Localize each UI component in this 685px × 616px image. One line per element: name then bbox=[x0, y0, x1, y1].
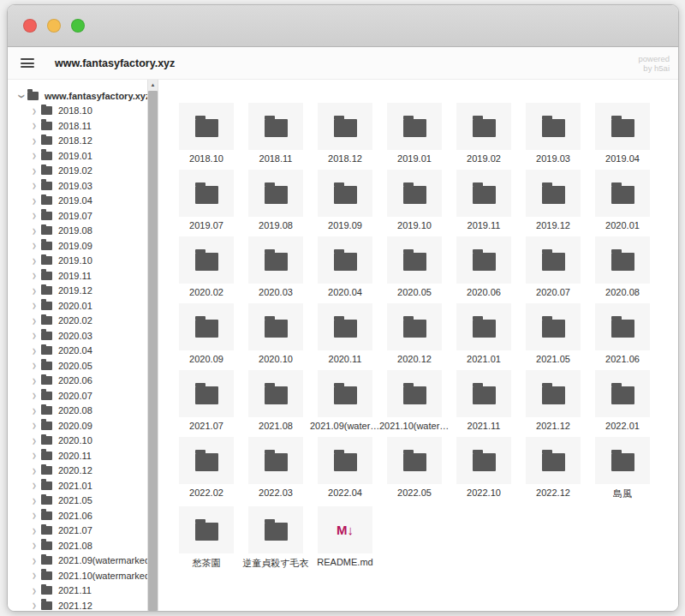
folder-tile[interactable]: 2019.01 bbox=[387, 103, 442, 164]
folder-tile[interactable]: 2020.01 bbox=[595, 170, 650, 230]
folder-tile[interactable]: 2020.12 bbox=[387, 303, 442, 364]
folder-tile[interactable]: 2019.02 bbox=[456, 103, 511, 164]
folder-tile[interactable]: 2019.07 bbox=[179, 170, 234, 230]
folder-tile[interactable]: 島風 bbox=[595, 437, 650, 500]
sidebar-tree-item[interactable]: ❯ 2021.08 bbox=[8, 538, 147, 553]
sidebar-tree-item[interactable]: ❯ 2021.05 bbox=[8, 493, 147, 509]
sidebar-scrollbar[interactable]: ▲ bbox=[147, 80, 158, 611]
sidebar-tree-item[interactable]: ❯ 2018.10 bbox=[8, 104, 147, 119]
folder-tile[interactable]: 2020.08 bbox=[595, 236, 650, 297]
sidebar-tree-item[interactable]: ❯ 2020.09 bbox=[8, 418, 147, 434]
sidebar-tree-item[interactable]: ❯ 2019.02 bbox=[8, 164, 147, 179]
sidebar-tree-item[interactable]: ❯ 2021.12 bbox=[8, 598, 147, 611]
browser-window: www.fantasyfactory.xyz powered by h5ai ❯… bbox=[7, 4, 679, 612]
folder-icon bbox=[542, 386, 565, 404]
sidebar-tree-item[interactable]: ❯ 2020.03 bbox=[8, 328, 147, 344]
chevron-right-icon: ❯ bbox=[32, 452, 41, 458]
folder-tile[interactable]: 2020.02 bbox=[179, 236, 234, 297]
folder-tile[interactable]: 2019.12 bbox=[526, 170, 581, 230]
folder-tile[interactable]: 2018.10 bbox=[179, 103, 234, 164]
sidebar-tree-item[interactable]: ❯ 2019.10 bbox=[8, 254, 147, 269]
folder-tile[interactable]: 2020.09 bbox=[179, 303, 234, 364]
folder-tile[interactable]: 2019.04 bbox=[595, 103, 650, 164]
file-tile[interactable]: M↓ README.md bbox=[318, 506, 372, 570]
folder-tile[interactable]: 2021.08 bbox=[248, 370, 303, 431]
folder-tile[interactable]: 2021.06 bbox=[595, 303, 650, 364]
folder-tile[interactable]: 2019.11 bbox=[456, 170, 511, 230]
tile-thumbnail bbox=[456, 103, 511, 150]
folder-tile[interactable]: 2022.10 bbox=[456, 437, 511, 500]
sidebar-tree-item[interactable]: ❯ 2020.04 bbox=[8, 344, 147, 359]
tile-thumbnail: M↓ bbox=[318, 506, 372, 553]
minimize-button[interactable] bbox=[47, 19, 61, 33]
sidebar-tree-item[interactable]: ❯ 2021.11 bbox=[8, 583, 147, 599]
folder-tile[interactable]: 2018.11 bbox=[248, 103, 303, 164]
sidebar-tree-item[interactable]: ❯ 2018.12 bbox=[8, 134, 147, 149]
scroll-up-button[interactable]: ▲ bbox=[148, 80, 158, 91]
folder-tile[interactable]: 2020.11 bbox=[318, 303, 372, 364]
sidebar-tree-item[interactable]: ❯ 2021.07 bbox=[8, 523, 147, 539]
sidebar-tree-item[interactable]: ❯ 2019.12 bbox=[8, 284, 147, 299]
folder-tile[interactable]: 2020.05 bbox=[387, 236, 442, 297]
chevron-right-icon: ❯ bbox=[32, 362, 41, 368]
sidebar-tree-item[interactable]: ❯ 2019.07 bbox=[8, 208, 147, 224]
chevron-right-icon: ❯ bbox=[32, 272, 41, 278]
folder-tile[interactable]: 2022.01 bbox=[595, 370, 650, 431]
folder-tile[interactable]: 2020.07 bbox=[526, 236, 581, 297]
folder-tile[interactable]: 2020.10 bbox=[248, 303, 303, 364]
folder-tile[interactable]: 2022.05 bbox=[387, 437, 442, 500]
sidebar-tree-item[interactable]: ❯ 2020.01 bbox=[8, 298, 147, 314]
sidebar-tree-item[interactable]: ❯ 2020.11 bbox=[8, 448, 147, 463]
folder-tile[interactable]: 2022.03 bbox=[248, 437, 303, 500]
tile-thumbnail bbox=[318, 103, 372, 150]
folder-tile[interactable]: 2020.04 bbox=[318, 236, 372, 297]
folder-tile[interactable]: 2021.07 bbox=[179, 370, 234, 431]
folder-tile[interactable]: 2019.10 bbox=[387, 170, 442, 230]
sidebar-tree-item[interactable]: ❯ 2021.01 bbox=[8, 478, 147, 493]
folder-tile[interactable]: 2022.12 bbox=[526, 437, 581, 500]
sidebar-tree-item[interactable]: ❯ 2020.06 bbox=[8, 374, 147, 389]
folder-icon bbox=[403, 119, 426, 137]
folder-tile[interactable]: 愁茶園 bbox=[179, 506, 234, 570]
folder-tile[interactable]: 2021.11 bbox=[456, 370, 511, 431]
folder-tile[interactable]: 2021.05 bbox=[526, 303, 581, 364]
folder-tile[interactable]: 2020.03 bbox=[248, 236, 303, 297]
sidebar-tree-item[interactable]: ❯ 2019.01 bbox=[8, 148, 147, 164]
sidebar-tree-item[interactable]: ❯ 2019.03 bbox=[8, 178, 147, 194]
folder-tile[interactable]: 2022.04 bbox=[318, 437, 372, 500]
folder-icon bbox=[195, 453, 218, 471]
close-button[interactable] bbox=[23, 19, 37, 33]
folder-tile[interactable]: 2021.09(watermarked) bbox=[318, 370, 372, 431]
sidebar-tree-item[interactable]: ❯ 2020.02 bbox=[8, 314, 147, 329]
sidebar-tree-item[interactable]: ❯ 2020.07 bbox=[8, 388, 147, 404]
menu-button[interactable] bbox=[21, 58, 34, 68]
folder-tile[interactable]: 2018.12 bbox=[318, 103, 372, 164]
maximize-button[interactable] bbox=[71, 19, 85, 33]
scrollbar-thumb[interactable] bbox=[148, 91, 158, 611]
folder-tile[interactable]: 2021.01 bbox=[456, 303, 511, 364]
folder-tile[interactable]: 2019.09 bbox=[318, 170, 372, 230]
sidebar-tree-item[interactable]: ❯ 2020.05 bbox=[8, 358, 147, 374]
sidebar-tree-item[interactable]: ❯ 2020.12 bbox=[8, 463, 147, 479]
folder-tile[interactable]: 2020.06 bbox=[456, 236, 511, 297]
folder-tile[interactable]: 2021.12 bbox=[526, 370, 581, 431]
folder-tile[interactable]: 2021.10(watermarked) bbox=[387, 370, 442, 431]
sidebar-tree-item[interactable]: ❯ 2021.10(watermarked) bbox=[8, 568, 147, 583]
folder-tile[interactable]: 2019.08 bbox=[248, 170, 303, 230]
sidebar-tree-item[interactable]: ❯ 2021.06 bbox=[8, 508, 147, 523]
grid-item-label: 2018.10 bbox=[171, 153, 241, 164]
sidebar-tree-item[interactable]: ❯ 2019.11 bbox=[8, 268, 147, 284]
sidebar-tree-item[interactable]: ❯ 2019.09 bbox=[8, 238, 147, 254]
sidebar-tree-item[interactable]: ❯ 2021.09(watermarked) bbox=[8, 553, 147, 569]
sidebar-tree-item[interactable]: ❯ 2020.10 bbox=[8, 434, 147, 449]
sidebar-tree-item[interactable]: ❯ 2019.08 bbox=[8, 224, 147, 239]
folder-tile[interactable]: 2022.02 bbox=[179, 437, 234, 500]
sidebar-tree-item[interactable]: ❯ 2020.08 bbox=[8, 404, 147, 419]
folder-tile[interactable]: 逆童貞殺す毛衣 bbox=[248, 506, 303, 570]
grid-item-label: 2019.09 bbox=[310, 220, 380, 230]
folder-tile[interactable]: 2019.03 bbox=[526, 103, 581, 164]
sidebar-tree-item[interactable]: ❯ 2018.11 bbox=[8, 118, 147, 134]
sidebar-tree-item[interactable]: ❯ 2019.04 bbox=[8, 194, 147, 209]
sidebar-tree-root[interactable]: ❯ www.fantasyfactory.xyz bbox=[8, 88, 147, 104]
folder-icon bbox=[611, 320, 634, 338]
